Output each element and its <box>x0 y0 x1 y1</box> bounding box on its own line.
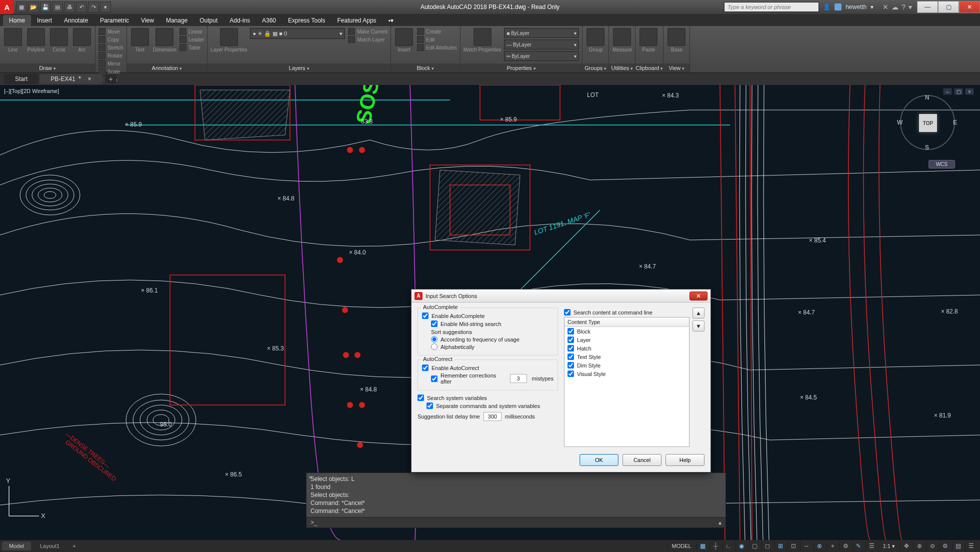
panel-title[interactable]: Properties <box>460 64 582 72</box>
table-button[interactable]: Table <box>180 44 204 51</box>
panel-title[interactable]: Block <box>391 64 460 72</box>
leader-button[interactable]: Leader <box>180 36 204 43</box>
status-toggle-0[interactable]: ▦ <box>696 541 708 551</box>
property-combo-2[interactable]: ═ ByLayer▾ <box>504 51 579 61</box>
paste-button[interactable]: Paste <box>638 28 658 52</box>
panel-title[interactable]: Groups <box>582 64 608 72</box>
viewport-label[interactable]: [–][Top][2D Wireframe] <box>4 88 59 94</box>
status-extra-3[interactable]: ⚙ <box>939 541 951 551</box>
edit-attributes-button[interactable]: Edit Attributes <box>417 44 457 51</box>
qat-save-icon[interactable]: 💾 <box>40 2 51 12</box>
edit-button[interactable]: Edit <box>417 36 457 43</box>
polyline-button[interactable]: Polyline <box>26 28 46 52</box>
ribbon-tab-annotate[interactable]: Annotate <box>58 15 94 26</box>
ribbon-tab-output[interactable]: Output <box>194 15 224 26</box>
viewport-maximize-icon[interactable]: ▢ <box>954 88 963 95</box>
separate-cmds-checkbox[interactable]: Separate commands and system variables <box>426 402 558 409</box>
user-menu[interactable]: 👤 hewetth ▾ <box>823 4 874 10</box>
help-dropdown-icon[interactable]: ▾ <box>908 3 912 11</box>
status-toggle-9[interactable]: ⊕ <box>814 541 826 551</box>
enable-autocomplete-checkbox[interactable]: Enable AutoComplete <box>422 312 554 319</box>
search-content-checkbox[interactable]: Search content at command line <box>564 309 690 316</box>
ribbon-overflow-icon[interactable]: ▪▾ <box>382 15 400 26</box>
panel-title[interactable]: View <box>664 64 690 72</box>
app-logo[interactable]: A <box>0 0 14 14</box>
ok-button[interactable]: OK <box>580 454 618 466</box>
ribbon-tab-a360[interactable]: A360 <box>256 15 282 26</box>
make-current-button[interactable]: Make Current <box>348 28 388 35</box>
search-sysvars-checkbox[interactable]: Search system variables <box>418 394 558 401</box>
status-toggle-6[interactable]: ⊞ <box>774 541 786 551</box>
qat-dropdown-icon[interactable]: ▾ <box>100 2 111 12</box>
cancel-button[interactable]: Cancel <box>622 454 662 466</box>
insert-button[interactable]: Insert <box>394 28 414 52</box>
layout-tab-add[interactable]: + <box>68 542 80 550</box>
content-type-dim-style[interactable]: Dim Style <box>564 361 689 370</box>
line-button[interactable]: Line <box>3 28 23 52</box>
ribbon-tab-manage[interactable]: Manage <box>160 15 194 26</box>
modelspace-indicator[interactable]: MODEL <box>668 543 696 549</box>
status-toggle-12[interactable]: ✎ <box>852 541 864 551</box>
ribbon-tab-insert[interactable]: Insert <box>31 15 58 26</box>
status-toggle-5[interactable]: ◻ <box>762 541 774 551</box>
viewport-close-icon[interactable]: × <box>965 88 974 95</box>
base-button[interactable]: Base <box>666 28 686 52</box>
status-extra-1[interactable]: ⊕ <box>913 541 925 551</box>
mistypes-input[interactable]: 3 <box>510 374 527 383</box>
status-extra-4[interactable]: ▤ <box>952 541 964 551</box>
stretch-button[interactable]: Stretch <box>98 44 124 51</box>
dialog-close-button[interactable]: ✕ <box>690 292 708 300</box>
sort-alpha-radio[interactable]: Alphabetically <box>431 344 554 350</box>
create-button[interactable]: Create <box>417 28 457 35</box>
status-extra-2[interactable]: ⊖ <box>926 541 938 551</box>
qat-print-icon[interactable]: 🖶 <box>64 2 75 12</box>
qat-saveas-icon[interactable]: ▤ <box>52 2 63 12</box>
match-properties-button[interactable]: Match Properties <box>464 28 502 52</box>
status-toggle-10[interactable]: ⌖ <box>826 541 838 551</box>
scale-button[interactable]: Scale <box>98 68 124 75</box>
content-type-visual-style[interactable]: Visual Style <box>564 370 689 378</box>
cmdwin-expand-icon[interactable]: ▴ <box>718 519 722 526</box>
ribbon-tab-featured-apps[interactable]: Featured Apps <box>332 15 382 26</box>
measure-button[interactable]: Measure <box>612 28 632 52</box>
status-toggle-4[interactable]: ▢ <box>748 541 760 551</box>
anno-scale[interactable]: 1:1 ▾ <box>878 543 899 550</box>
midstring-search-checkbox[interactable]: Enable Mid-string search <box>431 320 554 327</box>
qat-redo-icon[interactable]: ↷ <box>88 2 99 12</box>
close-button[interactable]: ✕ <box>959 1 980 13</box>
sort-frequency-radio[interactable]: According to frequency of usage <box>431 336 554 342</box>
drawing-tab-start[interactable]: Start <box>4 74 38 84</box>
help-icon[interactable]: ? <box>902 3 906 11</box>
enable-autocorrect-checkbox[interactable]: Enable AutoCorrect <box>422 364 554 371</box>
rotate-button[interactable]: Rotate <box>98 52 124 59</box>
status-extra-0[interactable]: ✥ <box>900 541 912 551</box>
exchange-icon[interactable]: ✕ <box>882 3 888 11</box>
dialog-titlebar[interactable]: A Input Search Options ✕ <box>412 290 710 302</box>
ribbon-tab-home[interactable]: Home <box>3 15 31 26</box>
circle-button[interactable]: Circle <box>49 28 69 52</box>
panel-title[interactable]: Draw <box>0 64 95 72</box>
property-combo-0[interactable]: ■ ByLayer▾ <box>504 28 579 38</box>
linear-button[interactable]: Linear <box>180 28 204 35</box>
move-button[interactable]: Move <box>98 28 124 35</box>
content-type-list[interactable]: Content Type Block Layer Hatch Text Styl… <box>564 317 690 447</box>
arc-button[interactable]: Arc <box>72 28 92 52</box>
status-extra-5[interactable]: ☰ <box>965 541 977 551</box>
status-toggle-7[interactable]: ⊡ <box>788 541 800 551</box>
command-window[interactable]: × Select objects: L1 foundSelect objects… <box>306 472 726 528</box>
ribbon-tab-express-tools[interactable]: Express Tools <box>282 15 331 26</box>
ribbon-tab-add-ins[interactable]: Add-ins <box>224 15 256 26</box>
panel-title[interactable]: Annotation <box>127 64 207 72</box>
help-search-input[interactable] <box>724 2 819 12</box>
viewport-minimize-icon[interactable]: – <box>943 88 952 95</box>
content-type-hatch[interactable]: Hatch <box>564 344 689 352</box>
view-cube[interactable]: TOP N S E W <box>900 95 955 150</box>
help-button[interactable]: Help <box>666 454 704 466</box>
layout-tab-model[interactable]: Model <box>2 542 31 550</box>
layer-combo[interactable]: ● ☀ 🔒 ▦ ■ 0▾ <box>250 28 345 39</box>
dimension-button[interactable]: Dimension <box>153 28 176 52</box>
layer-properties-button[interactable]: Layer Properties <box>210 28 247 52</box>
property-combo-1[interactable]: — ByLayer▾ <box>504 40 579 50</box>
ribbon-tab-parametric[interactable]: Parametric <box>94 15 135 26</box>
remember-corrections-checkbox[interactable] <box>431 376 438 382</box>
